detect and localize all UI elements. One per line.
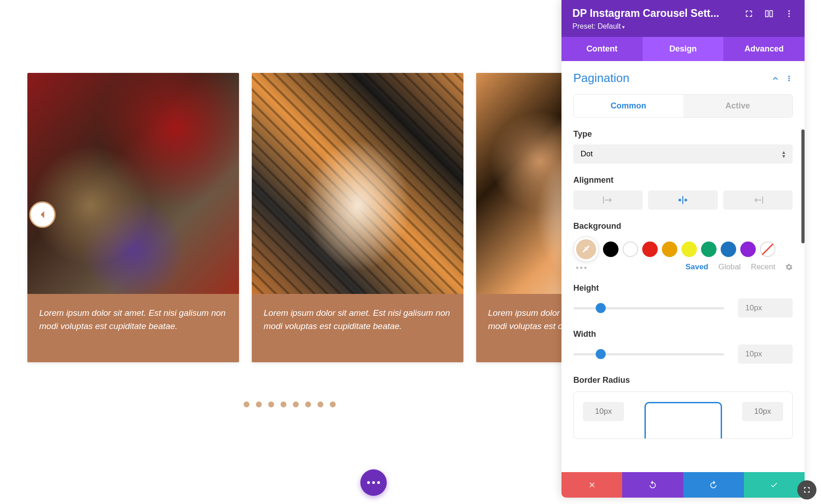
background-field: Background Saved Globa: [573, 221, 793, 272]
color-swatch-yellow[interactable]: [681, 242, 697, 257]
cancel-button[interactable]: [561, 472, 622, 498]
border-radius-field: Border Radius 10px 10px: [573, 375, 793, 439]
tab-content[interactable]: Content: [561, 37, 643, 61]
background-label: Background: [573, 221, 793, 231]
width-slider[interactable]: [573, 353, 724, 355]
svg-point-2: [788, 10, 790, 11]
kebab-menu-icon[interactable]: [785, 75, 793, 82]
carousel-cards: Lorem ipsum dolor sit amet. Est nisi gal…: [27, 73, 552, 362]
align-left-button[interactable]: [573, 190, 643, 210]
color-swatch-red[interactable]: [642, 242, 658, 257]
type-select[interactable]: Dot ▴▾: [573, 144, 793, 164]
color-swatch-purple[interactable]: [740, 242, 756, 257]
carousel-preview-area: Lorem ipsum dolor sit amet. Est nisi gal…: [0, 0, 579, 504]
border-radius-tl-input[interactable]: 10px: [583, 402, 624, 421]
gear-icon[interactable]: [785, 263, 793, 271]
pagination-dot[interactable]: [293, 401, 299, 407]
color-swatch-black[interactable]: [603, 242, 618, 257]
type-field: Type Dot ▴▾: [573, 129, 793, 164]
border-radius-label: Border Radius: [573, 375, 793, 385]
carousel-card[interactable]: Lorem ipsum dolor sit amet. Est nisi gal…: [27, 73, 239, 362]
panel-footer: [561, 472, 805, 498]
redo-button[interactable]: [683, 472, 744, 498]
tab-design[interactable]: Design: [643, 37, 724, 61]
color-swatch-green[interactable]: [701, 242, 717, 257]
pagination-dot[interactable]: [317, 401, 323, 407]
color-swatch-none[interactable]: [760, 242, 775, 257]
svg-rect-1: [770, 10, 773, 16]
pagination-dot[interactable]: [256, 401, 262, 407]
pagination-dot[interactable]: [305, 401, 311, 407]
border-radius-tr-input[interactable]: 10px: [742, 402, 783, 421]
panel-header: DP Instagram Carousel Sett... Preset: De…: [561, 0, 805, 37]
panel-body: Pagination Common Active Type Dot ▴▾ Ali…: [561, 61, 805, 472]
height-value[interactable]: 10px: [738, 298, 793, 318]
pagination-dots: [27, 401, 552, 407]
eyedropper-icon: [582, 245, 591, 254]
width-value[interactable]: 10px: [738, 345, 793, 364]
alignment-field: Alignment: [573, 175, 793, 210]
expand-diagonal-icon: [803, 486, 811, 494]
save-button[interactable]: [744, 472, 805, 498]
align-right-button[interactable]: [723, 190, 793, 210]
palette-saved[interactable]: Saved: [686, 262, 708, 272]
preset-dropdown[interactable]: Preset: Default: [572, 22, 794, 31]
align-right-icon: [753, 196, 763, 204]
expand-corner-button[interactable]: [797, 480, 816, 499]
color-picker-button[interactable]: [573, 237, 599, 262]
palette-recent[interactable]: Recent: [751, 262, 775, 272]
pagination-dot[interactable]: [330, 401, 336, 407]
svg-rect-8: [603, 196, 604, 204]
section-header[interactable]: Pagination: [573, 71, 793, 85]
expand-icon[interactable]: [744, 9, 753, 18]
height-label: Height: [573, 283, 793, 293]
align-center-button[interactable]: [648, 190, 717, 210]
panel-tabs: Content Design Advanced: [561, 37, 805, 61]
align-left-icon: [603, 196, 613, 204]
section-title: Pagination: [573, 71, 629, 85]
svg-rect-9: [682, 196, 683, 204]
color-swatch-white[interactable]: [623, 242, 638, 257]
subtab-active[interactable]: Active: [683, 95, 793, 117]
palette-global[interactable]: Global: [718, 262, 741, 272]
svg-rect-0: [766, 10, 769, 16]
pagination-dot[interactable]: [244, 401, 249, 407]
chevron-up-icon[interactable]: [772, 75, 779, 82]
undo-icon: [648, 480, 657, 489]
card-image: [252, 73, 463, 294]
slider-thumb[interactable]: [596, 349, 606, 359]
redo-icon: [709, 480, 718, 489]
card-caption: Lorem ipsum dolor sit amet. Est nisi gal…: [252, 294, 463, 362]
height-slider[interactable]: [573, 307, 724, 309]
color-swatch-blue[interactable]: [721, 242, 736, 257]
select-arrows-icon: ▴▾: [782, 150, 785, 158]
svg-point-3: [788, 13, 790, 14]
svg-point-4: [788, 15, 790, 17]
slider-thumb[interactable]: [596, 303, 606, 313]
type-label: Type: [573, 129, 793, 139]
width-field: Width 10px: [573, 329, 793, 364]
color-swatch-orange[interactable]: [662, 242, 677, 257]
type-value: Dot: [581, 149, 592, 158]
check-icon: [769, 481, 779, 489]
close-icon: [588, 481, 596, 489]
chevron-left-icon: [39, 211, 46, 219]
scrollbar[interactable]: [801, 129, 805, 243]
builder-fab-button[interactable]: [360, 469, 387, 496]
pagination-subtabs: Common Active: [573, 94, 793, 118]
width-label: Width: [573, 329, 793, 339]
carousel-prev-button[interactable]: [29, 201, 56, 228]
pagination-dot[interactable]: [281, 401, 286, 407]
undo-button[interactable]: [622, 472, 683, 498]
svg-rect-10: [762, 196, 763, 204]
carousel-card[interactable]: Lorem ipsum dolor sit amet. Est nisi gal…: [252, 73, 463, 362]
tab-advanced[interactable]: Advanced: [723, 37, 805, 61]
alignment-label: Alignment: [573, 175, 793, 185]
pagination-dot[interactable]: [268, 401, 274, 407]
panel-title: DP Instagram Carousel Sett...: [572, 7, 740, 20]
column-layout-icon[interactable]: [764, 9, 774, 18]
kebab-menu-icon[interactable]: [785, 9, 794, 18]
align-center-icon: [678, 196, 688, 204]
border-radius-preview: [644, 402, 722, 438]
subtab-common[interactable]: Common: [574, 95, 683, 117]
